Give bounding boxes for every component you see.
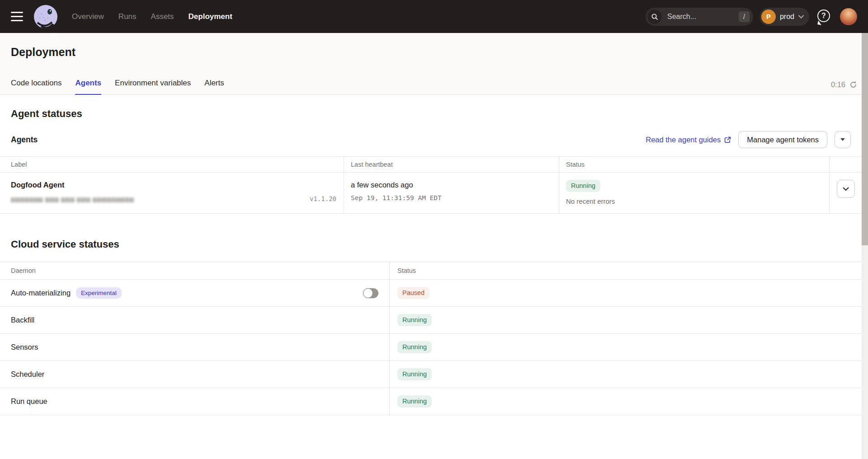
refresh-countdown: 0:16: [831, 80, 845, 89]
status-cell-auto-materializing: Paused: [389, 280, 862, 307]
refresh-icon[interactable]: [849, 81, 857, 89]
agents-col-label: Label: [0, 157, 344, 173]
caret-down-icon: [840, 138, 845, 141]
agents-col-status: Status: [559, 157, 829, 173]
agent-status-cell: Running No recent errors: [559, 173, 829, 214]
agent-heartbeat-relative: a few seconds ago: [351, 180, 552, 190]
daemon-cell-sensors: Sensors: [0, 334, 389, 361]
status-badge-running: Running: [397, 395, 432, 407]
agent-actions-cell: [829, 173, 862, 214]
auto-materializing-toggle[interactable]: [363, 288, 378, 298]
status-cell-scheduler: Running: [389, 361, 862, 388]
agent-heartbeat-cell: a few seconds ago Sep 19, 11:31:59 AM ED…: [344, 173, 559, 214]
agent-status-badge: Running: [566, 180, 600, 192]
cloud-col-status: Status: [389, 262, 862, 280]
daemon-name: Run queue: [11, 397, 47, 406]
status-badge-running: Running: [397, 341, 432, 353]
status-cell-run-queue: Running: [389, 388, 862, 415]
hamburger-menu-icon[interactable]: [11, 12, 23, 21]
agents-col-actions: [829, 157, 862, 173]
search-icon: [647, 9, 662, 24]
main-content: Agent statuses Agents Read the agent gui…: [0, 95, 862, 415]
cloud-service-statuses-heading: Cloud service statuses: [0, 214, 862, 251]
org-initial-badge: P: [761, 9, 776, 24]
chevron-down-icon: [843, 187, 849, 191]
status-cell-sensors: Running: [389, 334, 862, 361]
agent-status-note: No recent errors: [566, 197, 822, 205]
status-badge-running: Running: [397, 314, 432, 326]
daemon-name: Sensors: [11, 343, 38, 351]
daemon-cell-run-queue: Run queue: [0, 388, 389, 415]
status-badge-paused: Paused: [397, 287, 429, 299]
user-avatar[interactable]: [840, 8, 857, 25]
manage-agent-tokens-button[interactable]: Manage agent tokens: [738, 131, 827, 148]
agent-statuses-heading: Agent statuses: [0, 95, 862, 120]
refresh-timer: 0:16: [831, 80, 857, 94]
daemon-name: Scheduler: [11, 370, 44, 379]
experimental-badge: Experimental: [76, 287, 122, 299]
tab-agents[interactable]: Agents: [75, 78, 101, 95]
agents-col-heartbeat: Last heartbeat: [344, 157, 559, 173]
search-input[interactable]: [667, 13, 739, 21]
agent-id-redacted: ▆▆▆▆▆▆▆ ▆▆▆ ▆▆▆ ▆▆▆ ▆▆▆▆▆▆▆▆▆: [11, 196, 134, 202]
agent-expand-button[interactable]: [837, 180, 855, 198]
vertical-scrollbar: [862, 33, 868, 459]
status-cell-backfill: Running: [389, 307, 862, 334]
nav-item-runs[interactable]: Runs: [118, 12, 137, 21]
search-shortcut-key: /: [739, 11, 750, 22]
agent-heartbeat-timestamp: Sep 19, 11:31:59 AM EDT: [351, 194, 552, 201]
daemon-name: Backfill: [11, 316, 34, 324]
help-bubble-tail: [817, 20, 822, 25]
help-icon: ?: [817, 9, 830, 22]
daemon-cell-auto-materializing: Auto-materializing Experimental: [0, 280, 389, 307]
scrollbar-thumb[interactable]: [862, 33, 868, 245]
cloud-services-table: Daemon Status Auto-materializing Experim…: [0, 262, 862, 415]
org-name: prod: [780, 13, 794, 21]
status-badge-running: Running: [397, 368, 432, 380]
deployment-switcher[interactable]: P prod: [760, 8, 809, 26]
agent-tokens-dropdown-button[interactable]: [835, 131, 851, 148]
chevron-down-icon: [798, 15, 804, 19]
toggle-knob: [363, 288, 373, 298]
top-nav: Overview Runs Assets Deployment / P prod…: [0, 0, 868, 33]
daemon-name: Auto-materializing: [11, 289, 71, 297]
dagster-logo-icon[interactable]: [33, 4, 58, 29]
nav-item-overview[interactable]: Overview: [72, 12, 104, 21]
external-link-icon: [724, 136, 731, 143]
help-button[interactable]: ?: [817, 9, 832, 24]
nav-item-assets[interactable]: Assets: [151, 12, 174, 21]
tab-alerts[interactable]: Alerts: [204, 78, 224, 95]
cloud-col-daemon: Daemon: [0, 262, 389, 280]
tab-code-locations[interactable]: Code locations: [11, 78, 61, 95]
agent-name: Dogfood Agent: [11, 180, 336, 190]
daemon-cell-scheduler: Scheduler: [0, 361, 389, 388]
nav-item-deployment[interactable]: Deployment: [189, 12, 232, 21]
agent-guides-link-label: Read the agent guides: [646, 136, 721, 144]
agent-version: v1.1.20: [310, 195, 336, 202]
tab-bar: Code locations Agents Environment variab…: [11, 78, 224, 94]
agents-subheading: Agents: [11, 135, 38, 145]
agents-table: Label Last heartbeat Status Dogfood Agen…: [0, 156, 862, 214]
agent-label-cell: Dogfood Agent ▆▆▆▆▆▆▆ ▆▆▆ ▆▆▆ ▆▆▆ ▆▆▆▆▆▆…: [0, 173, 344, 214]
tab-environment-variables[interactable]: Environment variables: [115, 78, 191, 95]
agents-toolbar: Agents Read the agent guides Manage agen…: [0, 120, 862, 156]
page-header: Deployment Code locations Agents Environ…: [0, 33, 868, 95]
page-title: Deployment: [11, 45, 857, 59]
daemon-cell-backfill: Backfill: [0, 307, 389, 334]
primary-nav: Overview Runs Assets Deployment: [72, 12, 232, 21]
agent-guides-link[interactable]: Read the agent guides: [646, 136, 731, 144]
global-search[interactable]: /: [646, 8, 753, 26]
